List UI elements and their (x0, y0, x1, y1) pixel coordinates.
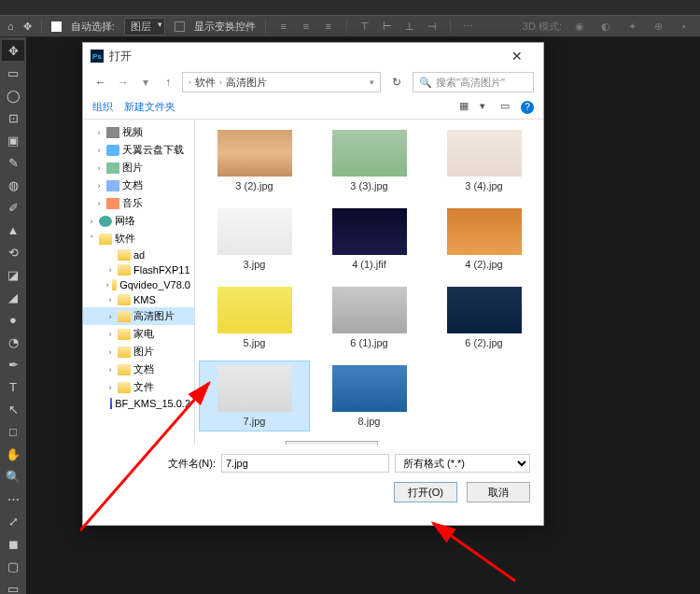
shape-tool[interactable]: □ (2, 421, 24, 442)
cancel-button[interactable]: 取消 (467, 482, 530, 502)
filter-select[interactable]: 所有格式 (*.*) (395, 454, 530, 473)
file-item[interactable]: 6 (1).jpg (314, 282, 425, 353)
refresh-button[interactable]: ↻ (386, 76, 407, 89)
gradient-tool[interactable]: ◢ (2, 287, 24, 307)
fg-bg-colors[interactable]: ◼ (2, 533, 24, 554)
tree-item[interactable]: ›网络 (83, 212, 194, 230)
layer-select[interactable]: 图层 (124, 18, 165, 35)
up-button[interactable]: ↑ (160, 76, 176, 89)
3d-icon[interactable]: ◉ (571, 18, 588, 35)
new-folder-button[interactable]: 新建文件夹 (124, 100, 175, 114)
help-icon[interactable]: ? (521, 101, 534, 114)
tree-item[interactable]: ›Gqvideo_V78.0 (83, 277, 194, 292)
brush-tool[interactable]: ✐ (2, 197, 24, 218)
breadcrumb-item[interactable]: 高清图片 (226, 76, 267, 90)
expand-icon[interactable]: ˅ (87, 234, 96, 244)
file-item[interactable]: 8.jpg (314, 361, 425, 431)
open-button[interactable]: 打开(O) (394, 482, 457, 502)
file-item[interactable]: 3 (4).jpg (428, 125, 539, 196)
tree-item[interactable]: ad (83, 248, 194, 262)
expand-icon[interactable]: › (105, 347, 115, 357)
file-item[interactable]: 3 (3).jpg (314, 125, 425, 196)
expand-icon[interactable]: › (94, 128, 104, 137)
expand-icon[interactable]: › (105, 265, 115, 275)
auto-select-checkbox[interactable] (51, 21, 62, 32)
tree-item[interactable]: BF_KMS_15.0.2 (83, 396, 194, 411)
organize-button[interactable]: 组织 (92, 100, 113, 114)
expand-icon[interactable]: › (105, 383, 115, 392)
lasso-tool[interactable]: ◯ (2, 85, 24, 106)
quick-mask[interactable]: ▢ (2, 556, 24, 576)
back-button[interactable]: ← (92, 76, 109, 89)
tree-item[interactable]: ›天翼云盘下载 (83, 141, 194, 159)
tree-item[interactable]: ›家电 (83, 325, 194, 343)
pen-tool[interactable]: ✒ (2, 354, 24, 375)
tree-item[interactable]: ›文档 (83, 177, 194, 194)
expand-icon[interactable]: › (105, 365, 115, 375)
breadcrumb[interactable]: › 软件 › 高清图片 ▾ (182, 72, 381, 92)
dist-icon[interactable]: ⊣ (424, 18, 441, 35)
swap-colors[interactable]: ⤢ (2, 511, 24, 531)
3d-icon[interactable]: ⊕ (650, 18, 666, 35)
type-tool[interactable]: T (2, 376, 24, 397)
blur-tool[interactable]: ● (2, 309, 24, 330)
tree-item[interactable]: ›高清图片 (83, 307, 194, 325)
more-icon[interactable]: ⋯ (460, 18, 477, 35)
file-item[interactable]: 5.jpg (199, 282, 310, 353)
expand-icon[interactable]: › (105, 312, 115, 321)
frame-tool[interactable]: ▣ (2, 130, 24, 150)
tree-item[interactable]: ›视频 (83, 123, 194, 141)
expand-icon[interactable]: › (94, 146, 104, 155)
eraser-tool[interactable]: ◪ (2, 264, 24, 285)
expand-icon[interactable]: › (105, 330, 115, 339)
3d-icon[interactable]: ▪ (676, 18, 693, 35)
file-item[interactable]: 7.jpg (199, 361, 310, 431)
screen-mode[interactable]: ▭ (2, 578, 24, 594)
zoom-tool[interactable]: 🔍 (2, 466, 24, 487)
file-item[interactable]: 6 (2).jpg (428, 282, 539, 353)
history-brush-tool[interactable]: ⟲ (2, 242, 24, 262)
dist-icon[interactable]: ⊥ (401, 18, 418, 35)
close-button[interactable]: ✕ (498, 45, 536, 67)
crop-tool[interactable]: ⊡ (2, 107, 24, 128)
dodge-tool[interactable]: ◔ (2, 332, 24, 352)
expand-icon[interactable]: › (94, 163, 104, 173)
breadcrumb-item[interactable]: 软件 (195, 76, 216, 90)
tree-item[interactable]: ›FlashFXP11 (83, 262, 194, 277)
tree-item[interactable]: ›图片 (83, 343, 194, 361)
tree-item[interactable]: ›KMS (83, 292, 194, 307)
3d-icon[interactable]: ✦ (623, 18, 640, 35)
file-item[interactable]: 3.jpg (199, 204, 310, 275)
align-icon[interactable]: ≡ (320, 18, 337, 35)
view-mode-icon[interactable]: ▦ (459, 100, 474, 115)
dist-icon[interactable]: ⊤ (357, 18, 373, 35)
forward-button[interactable]: → (115, 76, 132, 89)
3d-icon[interactable]: ◐ (597, 18, 614, 35)
file-item[interactable]: 4 (1).jfif (314, 204, 425, 275)
eyedropper-tool[interactable]: ✎ (2, 152, 24, 173)
open-cloud-button[interactable]: 打开云文档 (286, 441, 378, 445)
tree-item[interactable]: ›文件 (83, 378, 194, 396)
tree-item[interactable]: ˅软件 (83, 230, 194, 248)
expand-icon[interactable]: › (94, 181, 104, 191)
more-tools[interactable]: ⋯ (2, 488, 24, 509)
view-mode-icon[interactable]: ▾ (480, 100, 495, 115)
recent-button[interactable]: ▾ (137, 76, 154, 89)
tree-item[interactable]: ›音乐 (83, 194, 194, 212)
align-icon[interactable]: ≡ (275, 18, 292, 35)
file-item[interactable]: 3 (2).jpg (199, 125, 310, 196)
hand-tool[interactable]: ✋ (2, 444, 24, 464)
path-tool[interactable]: ↖ (2, 399, 24, 419)
search-input[interactable]: 🔍 搜索"高清图片" (413, 72, 534, 92)
expand-icon[interactable]: › (105, 295, 115, 304)
dist-icon[interactable]: ⊢ (379, 18, 396, 35)
home-icon[interactable]: ⌂ (7, 21, 14, 32)
stamp-tool[interactable]: ▲ (2, 219, 24, 240)
tree-item[interactable]: ›文档 (83, 361, 194, 378)
align-icon[interactable]: ≡ (298, 18, 315, 35)
marquee-tool[interactable]: ▭ (2, 63, 24, 83)
transform-checkbox[interactable] (175, 21, 185, 32)
preview-icon[interactable]: ▭ (500, 100, 515, 115)
move-tool[interactable]: ✥ (2, 40, 24, 61)
expand-icon[interactable]: › (87, 217, 96, 226)
